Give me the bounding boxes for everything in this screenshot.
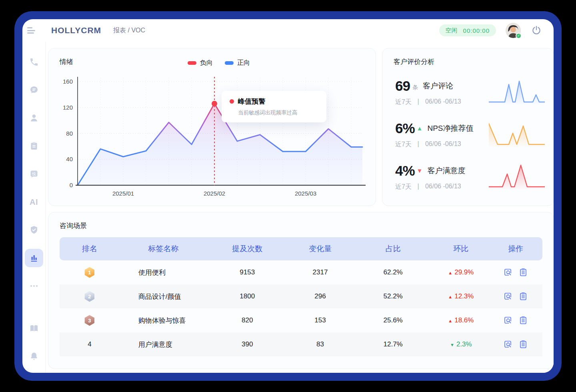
nps-value: 6%	[395, 120, 415, 136]
online-check-icon: ✓	[516, 33, 522, 39]
legend-positive[interactable]: 正向	[225, 59, 250, 67]
svg-text:2025/01: 2025/01	[112, 190, 134, 197]
label-cell: 用户满意度	[120, 340, 208, 349]
col-actions: 操作	[489, 244, 542, 254]
col-mentions: 提及次数	[207, 244, 287, 254]
stat-nps: 6% ▲ NPS净推荐值 近7天丨06/06 -06/13	[382, 113, 554, 156]
mentions-cell: 9153	[207, 268, 287, 276]
app-window: HOLLYCRM 报表 / VOC 空闲 00:00:00 ✓	[22, 19, 554, 373]
trend-up-icon: ▲	[417, 125, 423, 132]
book-icon	[29, 324, 39, 333]
negative-swatch	[188, 61, 196, 65]
sidebar-item-security[interactable]	[22, 216, 45, 244]
report-icon[interactable]	[519, 340, 528, 349]
person-icon	[29, 113, 39, 123]
col-mom: 环比	[433, 244, 489, 254]
nps-period: 近7天丨06/06 -06/13	[395, 140, 489, 149]
change-cell: 2317	[287, 268, 353, 276]
sentiment-chart-card: 情绪 负向 正向	[48, 48, 376, 206]
sidebar-item-knowledge[interactable]	[22, 314, 45, 342]
actions-cell	[489, 340, 542, 349]
table-title: 咨询场景	[60, 221, 87, 230]
header-right: 空闲 00:00:00 ✓	[439, 23, 542, 38]
joy-bubble-icon: 悦	[29, 169, 39, 179]
rank-cell: 3	[60, 315, 120, 326]
mom-up-icon: ▲	[448, 270, 452, 275]
rank-cell: 4	[60, 340, 120, 348]
sidebar-item-more[interactable]	[22, 272, 45, 300]
view-detail-icon[interactable]	[504, 340, 512, 349]
col-change: 变化量	[287, 244, 353, 254]
table-body: 1使用便利9153231762.2%▲29.9% 2商品设计/颜值1800296…	[60, 260, 542, 356]
svg-text:40: 40	[66, 156, 73, 162]
alert-dot-icon	[230, 99, 234, 104]
sidebar-item-notifications[interactable]	[22, 342, 45, 370]
status-timer: 00:00:00	[463, 27, 490, 34]
sidebar-item-ai[interactable]: AI	[22, 188, 45, 216]
share-cell: 62.2%	[353, 268, 433, 276]
change-cell: 296	[287, 292, 353, 300]
table-row: 2商品设计/颜值180029652.2%▲12.3%	[60, 284, 542, 308]
sidebar-item-analytics[interactable]	[22, 244, 45, 272]
mom-up-icon: ▲	[448, 318, 452, 323]
sidebar-item-chat[interactable]	[22, 76, 45, 104]
table-row: 4用户满意度3908312.7%▼2.3%	[60, 332, 542, 356]
ellipsis-icon	[29, 281, 39, 291]
report-icon[interactable]	[519, 316, 528, 325]
svg-text:120: 120	[63, 104, 73, 111]
tooltip-desc: 当前敏感词出现频率过高	[238, 109, 319, 116]
sidebar-item-joy[interactable]: 悦	[22, 160, 45, 188]
consult-scene-card: 咨询场景 排名 标签名称 提及次数 变化量 占比 环比 操作 1使用便利9153…	[48, 212, 554, 369]
app-frame: HOLLYCRM 报表 / VOC 空闲 00:00:00 ✓	[14, 11, 562, 381]
nps-label: NPS净推荐值	[427, 123, 473, 134]
rank-medal-bronze: 3	[84, 315, 95, 326]
comments-label: 客户评论	[423, 81, 453, 91]
table-row: 1使用便利9153231762.2%▲29.9%	[60, 260, 542, 284]
breadcrumb[interactable]: 报表 / VOC	[113, 26, 145, 35]
stat-comments: 69 条 客户评论 近7天丨06/06 -06/13	[382, 71, 554, 113]
positive-swatch	[225, 61, 234, 65]
label-cell: 使用便利	[120, 268, 208, 277]
phone-icon	[29, 57, 39, 67]
share-cell: 52.2%	[353, 292, 433, 300]
view-detail-icon[interactable]	[504, 316, 512, 325]
actions-cell	[489, 316, 542, 325]
chat-icon	[29, 85, 39, 95]
satisfaction-period: 近7天丨06/06 -06/13	[395, 183, 489, 191]
rank-medal-silver: 2	[84, 291, 95, 302]
sidebar-item-tasks[interactable]	[22, 132, 45, 160]
status-badge[interactable]: 空闲 00:00:00	[439, 24, 496, 36]
actions-cell	[489, 268, 542, 277]
view-detail-icon[interactable]	[504, 292, 512, 301]
mentions-cell: 820	[207, 316, 287, 324]
sidebar-item-phone[interactable]	[22, 48, 45, 76]
mom-cell: ▲18.6%	[433, 316, 489, 324]
col-rank: 排名	[60, 244, 120, 254]
mom-cell: ▲29.9%	[433, 268, 489, 276]
clipboard-icon	[29, 141, 39, 151]
mentions-cell: 390	[207, 340, 287, 348]
menu-icon[interactable]	[27, 27, 35, 34]
chart-legend: 负向 正向	[188, 59, 250, 67]
power-icon[interactable]	[531, 25, 542, 36]
svg-text:2025/03: 2025/03	[295, 190, 316, 197]
svg-text:悦: 悦	[32, 172, 36, 176]
view-detail-icon[interactable]	[504, 268, 512, 277]
report-icon[interactable]	[519, 268, 528, 277]
satisfaction-sparkline	[489, 164, 545, 190]
comments-count: 69	[395, 78, 410, 94]
rank-cell: 1	[60, 267, 120, 278]
mom-down-icon: ▼	[450, 342, 454, 347]
main-content: 情绪 负向 正向	[46, 42, 554, 373]
tooltip-title: 峰值预警	[238, 97, 265, 106]
svg-text:80: 80	[66, 130, 73, 137]
sidebar-item-contacts[interactable]	[22, 104, 45, 132]
consult-scene-table: 排名 标签名称 提及次数 变化量 占比 环比 操作 1使用便利915323176…	[60, 237, 542, 356]
actions-cell	[489, 292, 542, 301]
comments-period: 近7天丨06/06 -06/13	[395, 98, 489, 106]
legend-negative[interactable]: 负向	[188, 59, 213, 67]
avatar[interactable]: ✓	[506, 23, 521, 38]
mom-cell: ▲12.3%	[433, 292, 489, 300]
col-share: 占比	[353, 244, 433, 254]
report-icon[interactable]	[519, 292, 528, 301]
